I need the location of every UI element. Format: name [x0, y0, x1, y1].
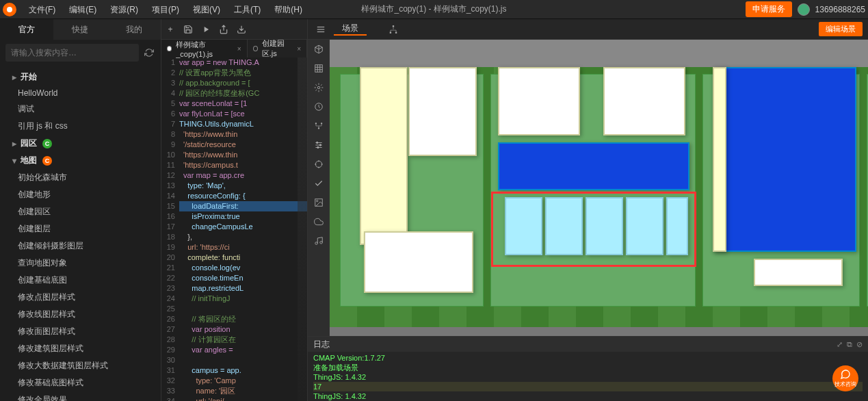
- cube-icon[interactable]: [308, 40, 330, 59]
- tree-header[interactable]: ▾地图C: [0, 152, 161, 169]
- image-icon[interactable]: [308, 193, 330, 212]
- menu-edit[interactable]: 编辑(E): [62, 0, 103, 19]
- scene-viewport[interactable]: [330, 40, 868, 336]
- graph-icon[interactable]: [308, 116, 330, 135]
- editor-tab-main[interactable]: 样例城市_copy(1).js×: [161, 40, 248, 57]
- building: [360, 67, 408, 245]
- tab-mine[interactable]: 我的: [107, 19, 161, 40]
- tree-item[interactable]: 调试: [0, 101, 161, 118]
- building: [713, 67, 726, 252]
- svg-point-0: [7, 7, 12, 12]
- music-icon[interactable]: [308, 231, 330, 250]
- tree-item[interactable]: 查询地图对象: [0, 255, 161, 272]
- tree-item[interactable]: 修改线图层样式: [0, 306, 161, 323]
- tree-item[interactable]: 修改大数据建筑图层样式: [0, 357, 161, 374]
- selection-box: [491, 192, 696, 267]
- editor-tab-create[interactable]: 创建园区.js×: [248, 40, 307, 57]
- refresh-icon[interactable]: [143, 47, 155, 59]
- tech-support-fab[interactable]: 技术咨询: [832, 365, 858, 391]
- close-icon[interactable]: ×: [297, 45, 301, 53]
- building: [754, 259, 843, 286]
- tree-item[interactable]: 修改点图层样式: [0, 289, 161, 306]
- left-sidebar: 官方 快捷 我的 ▸开始HelloWorld调试引用 js 和 css▸园区C▾…: [0, 19, 161, 401]
- tree-item[interactable]: 引用 js 和 css: [0, 118, 161, 135]
- tree-header[interactable]: ▸园区C: [0, 135, 161, 152]
- svg-point-16: [317, 142, 318, 143]
- run-icon[interactable]: [197, 19, 215, 40]
- building: [364, 231, 473, 293]
- tree-item[interactable]: 创建地形: [0, 186, 161, 203]
- list-icon[interactable]: [313, 22, 328, 37]
- minimap[interactable]: [298, 57, 307, 401]
- menubar: 文件(F) 编辑(E) 资源(R) 项目(P) 视图(V) 工具(T) 帮助(H…: [0, 0, 868, 19]
- wireframe-icon[interactable]: [308, 59, 330, 78]
- tree-item[interactable]: 创建倾斜摄影图层: [0, 237, 161, 255]
- menu-file[interactable]: 文件(F): [22, 0, 62, 19]
- search-input[interactable]: [5, 44, 139, 62]
- hierarchy-icon[interactable]: [386, 22, 401, 37]
- tree-item[interactable]: 修改全局效果: [0, 391, 161, 401]
- svg-point-8: [317, 86, 320, 89]
- menu-project[interactable]: 项目(P): [145, 0, 186, 19]
- menu-help[interactable]: 帮助(H): [267, 0, 309, 19]
- close-icon[interactable]: ×: [237, 45, 241, 53]
- log-line: CMAP Version:1.7.27: [313, 353, 863, 363]
- tree-item[interactable]: HelloWorld: [0, 86, 161, 101]
- viewport-panel: 场景 编辑场景: [308, 19, 868, 401]
- tree-item[interactable]: 创建图层: [0, 220, 161, 237]
- building: [713, 67, 856, 252]
- history-icon[interactable]: [308, 97, 330, 116]
- menu-tools[interactable]: 工具(T): [227, 0, 267, 19]
- tree-item[interactable]: 修改基础底图样式: [0, 374, 161, 391]
- log-line: 准备加载场景: [313, 363, 863, 372]
- svg-point-17: [319, 144, 321, 146]
- log-popout-icon[interactable]: ⧉: [847, 340, 852, 349]
- new-file-icon[interactable]: +: [161, 19, 179, 40]
- tree-item[interactable]: 初始化森城市: [0, 169, 161, 186]
- log-clear-icon[interactable]: ⊘: [856, 340, 863, 349]
- editor-panel: + 样例城市_copy(1).js× 创建园区.js× 1var app = n…: [161, 19, 308, 401]
- building: [408, 67, 477, 156]
- building: [498, 67, 580, 135]
- tab-official[interactable]: 官方: [0, 19, 53, 40]
- log-line: ThingJS: 1.4.32: [313, 372, 863, 382]
- cloud-icon[interactable]: [308, 212, 330, 231]
- svg-rect-5: [390, 31, 391, 33]
- svg-point-18: [317, 146, 319, 148]
- tab-quick[interactable]: 快捷: [53, 19, 107, 40]
- save-icon[interactable]: [179, 19, 197, 40]
- svg-point-11: [321, 122, 322, 124]
- log-expand-icon[interactable]: ⤢: [837, 340, 843, 349]
- tree-item[interactable]: 创建园区: [0, 203, 161, 220]
- svg-point-12: [318, 127, 319, 129]
- tree-item[interactable]: 修改建筑图层样式: [0, 340, 161, 357]
- svg-point-27: [320, 242, 323, 244]
- log-title: 日志: [313, 339, 330, 350]
- editor-tabs: 样例城市_copy(1).js× 创建园区.js×: [161, 40, 307, 57]
- share-icon[interactable]: [215, 19, 233, 40]
- svg-rect-6: [395, 31, 397, 33]
- app-logo: [3, 3, 16, 16]
- tree-item[interactable]: 修改面图层样式: [0, 323, 161, 340]
- user-id: 13696888265: [815, 5, 865, 14]
- check-icon[interactable]: [308, 174, 330, 193]
- window-title: 样例城市_copy(1) - 样例城市_copy(1).js: [361, 3, 506, 15]
- log-panel: 日志 ⤢ ⧉ ⊘ CMAP Version:1.7.27准备加载场景ThingJ…: [308, 336, 868, 401]
- svg-point-25: [317, 200, 318, 202]
- tree-header[interactable]: ▸开始: [0, 68, 161, 86]
- code-area[interactable]: 1var app = new THING.A2// 设置app背景为黑色3// …: [161, 57, 307, 401]
- tree-item[interactable]: 创建基础底图: [0, 272, 161, 289]
- log-line: ThingJS: 1.4.32: [313, 391, 863, 401]
- menu-resource[interactable]: 资源(R): [103, 0, 145, 19]
- editor-toolbar: +: [161, 19, 307, 40]
- menu-view[interactable]: 视图(V): [186, 0, 227, 19]
- gear-icon[interactable]: [308, 78, 330, 97]
- crosshair-icon[interactable]: [308, 155, 330, 174]
- user-avatar[interactable]: [798, 3, 810, 16]
- sliders-icon[interactable]: [308, 135, 330, 155]
- apply-service-button[interactable]: 申请服务: [746, 1, 792, 17]
- tab-scene[interactable]: 场景: [334, 23, 367, 36]
- svg-rect-4: [393, 25, 394, 27]
- edit-scene-button[interactable]: 编辑场景: [819, 22, 863, 36]
- download-icon[interactable]: [233, 19, 250, 40]
